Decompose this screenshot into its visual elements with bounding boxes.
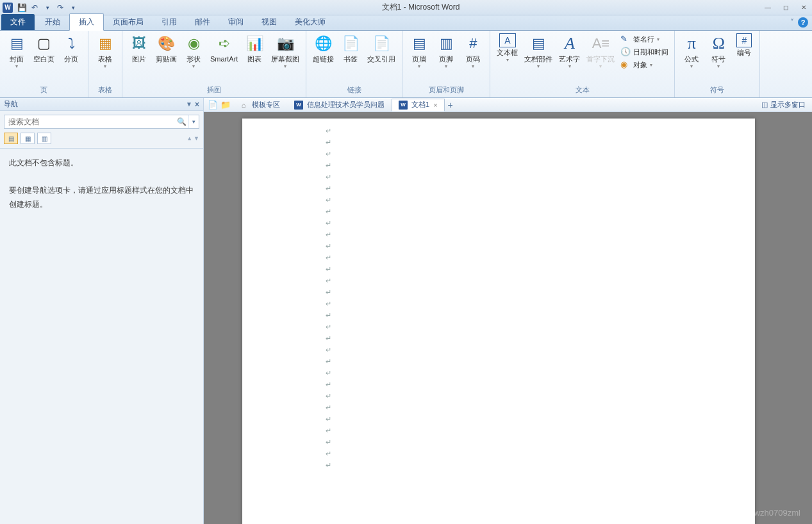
nav-pin-icon[interactable]: ▼ xyxy=(186,101,192,108)
nav-search-dd-icon[interactable]: ▾ xyxy=(188,115,199,128)
cover-page-button[interactable]: ▤封面▾ xyxy=(4,32,29,70)
paragraph-mark: ↵ xyxy=(326,229,672,240)
equation-button[interactable]: π公式▾ xyxy=(679,32,704,70)
nav-msg-instructions: 要创建导航选项卡，请通过应用标题样式在您的文档中创建标题。 xyxy=(9,184,194,211)
tab-mailings[interactable]: 邮件 xyxy=(186,14,219,30)
navigation-panel: 导航 ▼ × 🔍 ▾ ▤ ▦ ▥ ▲ ▼ 此文档不包含标题。 要创建导航选项卡，… xyxy=(0,98,204,524)
group-text: A文本框▾ ▤文档部件▾ A艺术字▾ A≡首字下沉▾ ✎签名行▾ 🕔日期和时间 … xyxy=(490,31,675,97)
nav-tab-pages[interactable]: ▦ xyxy=(21,133,35,144)
paragraph-mark: ↵ xyxy=(326,459,672,471)
header-button[interactable]: ▤页眉▾ xyxy=(406,32,432,70)
tab-view[interactable]: 视图 xyxy=(253,14,286,30)
tab-references[interactable]: 引用 xyxy=(153,14,186,30)
nav-tab-results[interactable]: ▥ xyxy=(37,133,51,144)
nav-tab-headings[interactable]: ▤ xyxy=(4,133,18,144)
open-doc-icon[interactable]: 📁 xyxy=(219,99,232,111)
tab-insert[interactable]: 插入 xyxy=(69,13,104,31)
tab-review[interactable]: 审阅 xyxy=(219,14,253,30)
group-illustrations: 🖼图片 🎨剪贴画 ◉形状▾ ➪SmartArt 📊图表 📷屏幕截图▾ 插图 xyxy=(122,31,306,97)
titlebar: W 💾 ↶ ▾ ↷ ▾ 文档1 - Microsoft Word — ◻ ✕ xyxy=(0,0,812,15)
group-text-label: 文本 xyxy=(494,84,670,96)
doc-tab-templates[interactable]: ⌂模板专区 xyxy=(232,99,287,111)
object-icon: ◉ xyxy=(620,60,631,70)
paragraph-mark: ↵ xyxy=(326,240,672,252)
page[interactable]: ↵ ↵ ↵ ↵ ↵ ↵ ↵ ↵ ↵ ↵ ↵ ↵ ↵ ↵ ↵ ↵ ↵ ↵ ↵ ↵ xyxy=(242,119,755,524)
screenshot-button[interactable]: 📷屏幕截图▾ xyxy=(269,32,302,70)
dropcap-button[interactable]: A≡首字下沉▾ xyxy=(584,32,617,70)
header-icon: ▤ xyxy=(409,33,429,54)
workspace: 导航 ▼ × 🔍 ▾ ▤ ▦ ▥ ▲ ▼ 此文档不包含标题。 要创建导航选项卡，… xyxy=(0,98,812,524)
number-button[interactable]: #编号 xyxy=(733,32,756,58)
quick-parts-button[interactable]: ▤文档部件▾ xyxy=(522,32,555,70)
nav-search-input[interactable] xyxy=(4,115,174,128)
qat-undo-icon[interactable]: ↶ xyxy=(29,2,40,13)
qat-customize-icon[interactable]: ▾ xyxy=(67,2,79,13)
symbol-button[interactable]: Ω符号▾ xyxy=(706,32,731,70)
signature-line-button[interactable]: ✎签名行▾ xyxy=(618,33,670,45)
group-symbols: π公式▾ Ω符号▾ #编号 符号 xyxy=(675,31,760,97)
shapes-icon: ◉ xyxy=(183,33,204,54)
date-time-button[interactable]: 🕔日期和时间 xyxy=(618,46,670,58)
page-break-button[interactable]: ⤵分页 xyxy=(58,32,84,65)
paragraph-mark: ↵ xyxy=(326,425,672,436)
paragraph-mark: ↵ xyxy=(326,413,672,425)
ribbon-tab-bar: 文件 开始 插入 页面布局 引用 邮件 审阅 视图 美化大师 ˅ ? xyxy=(0,15,812,31)
cross-ref-button[interactable]: 📄交叉引用 xyxy=(365,32,398,65)
table-button[interactable]: ▦表格▾ xyxy=(92,32,118,70)
footer-button[interactable]: ▥页脚▾ xyxy=(433,32,459,70)
bookmark-button[interactable]: 📄书签 xyxy=(338,32,363,65)
paragraph-mark: ↵ xyxy=(326,217,672,229)
tab-file[interactable]: 文件 xyxy=(1,14,35,30)
object-button[interactable]: ◉对象▾ xyxy=(618,59,670,70)
document-viewport[interactable]: ↵ ↵ ↵ ↵ ↵ ↵ ↵ ↵ ↵ ↵ ↵ ↵ ↵ ↵ ↵ ↵ ↵ ↵ ↵ ↵ xyxy=(204,112,812,524)
tab-home[interactable]: 开始 xyxy=(36,14,69,30)
clipart-button[interactable]: 🎨剪贴画 xyxy=(153,32,179,65)
doc-tab-file2[interactable]: W文档1× xyxy=(392,99,445,111)
qat-undo-dd-icon[interactable]: ▾ xyxy=(42,2,53,13)
tab-close-icon[interactable]: × xyxy=(433,101,437,109)
picture-icon: 🖼 xyxy=(129,33,149,54)
hyperlink-button[interactable]: 🌐超链接 xyxy=(310,32,336,65)
paragraph-mark: ↵ xyxy=(326,436,672,448)
blank-page-button[interactable]: ▢空白页 xyxy=(31,32,57,65)
minimize-button[interactable]: — xyxy=(762,3,774,12)
nav-prev-icon[interactable]: ▲ xyxy=(186,135,192,142)
paragraph-mark: ↵ xyxy=(326,379,672,390)
wordart-button[interactable]: A艺术字▾ xyxy=(556,32,583,70)
wordart-icon: A xyxy=(559,33,580,54)
nav-close-icon[interactable]: × xyxy=(195,100,199,109)
number-icon: # xyxy=(736,33,752,47)
word-doc-icon: W xyxy=(294,101,303,110)
document-area: 📄 📁 ⌂模板专区 W信息处理技术员学员问题 W文档1× + ◫显示多窗口 🧰 … xyxy=(204,98,812,524)
window-controls: — ◻ ✕ xyxy=(762,3,809,12)
quick-parts-icon: ▤ xyxy=(528,33,549,54)
paragraph-mark: ↵ xyxy=(326,402,672,413)
tab-page-layout[interactable]: 页面布局 xyxy=(104,14,153,30)
restore-button[interactable]: ◻ xyxy=(780,3,791,12)
shapes-button[interactable]: ◉形状▾ xyxy=(181,32,206,70)
new-doc-icon[interactable]: 📄 xyxy=(206,99,219,111)
hyperlink-icon: 🌐 xyxy=(313,33,334,54)
group-hf-label: 页眉和页脚 xyxy=(406,84,486,96)
nav-view-tabs: ▤ ▦ ▥ ▲ ▼ xyxy=(0,133,203,149)
qat-redo-icon[interactable]: ↷ xyxy=(54,2,66,13)
nav-next-icon[interactable]: ▼ xyxy=(194,135,199,142)
qat-save-icon[interactable]: 💾 xyxy=(16,2,28,13)
multi-window-button[interactable]: ◫显示多窗口 xyxy=(761,100,809,110)
doc-tab-file1[interactable]: W信息处理技术员学员问题 xyxy=(287,99,392,111)
chart-button[interactable]: 📊图表 xyxy=(242,32,267,65)
picture-button[interactable]: 🖼图片 xyxy=(126,32,152,65)
nav-search-icon[interactable]: 🔍 xyxy=(174,115,188,128)
textbox-button[interactable]: A文本框▾ xyxy=(494,32,520,64)
page-number-button[interactable]: #页码▾ xyxy=(460,32,486,70)
close-button[interactable]: ✕ xyxy=(798,3,809,12)
collapse-ribbon-icon[interactable]: ˅ xyxy=(790,18,794,27)
help-icon[interactable]: ? xyxy=(798,17,808,28)
paragraph-mark: ↵ xyxy=(326,160,672,171)
smartart-button[interactable]: ➪SmartArt xyxy=(208,32,240,65)
footer-icon: ▥ xyxy=(436,33,456,54)
group-tables-label: 表格 xyxy=(92,84,118,96)
tab-add-icon[interactable]: + xyxy=(445,100,456,110)
group-illust-label: 插图 xyxy=(126,84,302,96)
tab-beautify[interactable]: 美化大师 xyxy=(286,14,335,30)
